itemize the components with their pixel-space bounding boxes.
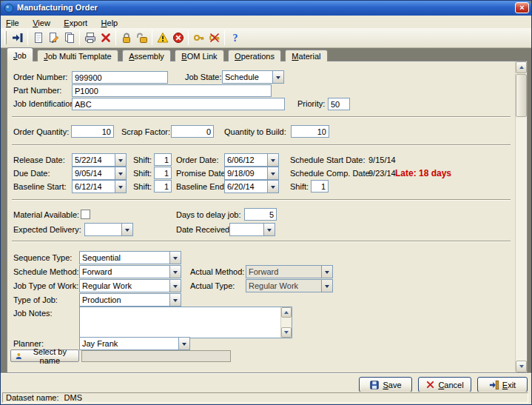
cancel-icon — [425, 380, 435, 389]
save-icon — [369, 380, 380, 390]
chevron-down-icon[interactable] — [169, 252, 181, 264]
notes-scroll-down-button[interactable] — [281, 327, 292, 338]
triangle-up-icon — [284, 309, 289, 314]
chevron-down-icon[interactable] — [121, 224, 132, 235]
delete-button[interactable] — [98, 30, 113, 46]
copy-button[interactable] — [61, 30, 77, 46]
material-available-checkbox[interactable] — [81, 210, 90, 219]
chevron-down-icon[interactable] — [169, 280, 181, 292]
due-date-value: 9/05/14 — [75, 169, 102, 178]
expected-delivery-label: Expected Delivery: — [13, 225, 81, 235]
tab-job-multi-template[interactable]: Job Multi Template — [37, 50, 118, 61]
chevron-down-icon[interactable] — [272, 71, 283, 83]
notes-scroll-up-button[interactable] — [281, 307, 292, 318]
actual-method-value: Forward — [249, 267, 278, 276]
tab-material[interactable]: Material — [285, 50, 327, 61]
expected-delivery-select[interactable] — [84, 223, 133, 236]
chevron-down-icon[interactable] — [115, 154, 126, 166]
exit-icon — [12, 32, 24, 44]
alert-button[interactable] — [155, 30, 170, 46]
manufacturing-order-window: Manufacturing Order × File View Export H… — [0, 0, 532, 405]
scrollbar-thumb[interactable] — [516, 74, 527, 117]
scrap-factor-input[interactable] — [171, 125, 214, 138]
chevron-down-icon[interactable] — [263, 224, 275, 235]
date-received-select[interactable] — [229, 223, 275, 236]
copy-icon — [64, 32, 75, 44]
lock-button[interactable] — [118, 30, 134, 46]
cancel-circle-button[interactable] — [170, 30, 186, 46]
days-to-delay-label: Days to delay job: — [176, 210, 240, 220]
chevron-down-icon[interactable] — [169, 266, 181, 278]
tab-operations[interactable]: Operations — [228, 50, 281, 61]
release-date-select[interactable]: 5/22/14 — [72, 153, 127, 167]
exit-door-icon — [489, 380, 499, 390]
save-button[interactable]: Save — [359, 377, 412, 392]
cancel-button[interactable]: Cancel — [418, 377, 471, 392]
type-of-job-select[interactable]: Production — [79, 293, 181, 307]
order-date-select[interactable]: 6/06/12 — [224, 153, 279, 167]
baseline-start-select[interactable]: 6/12/14 — [72, 180, 127, 193]
exit-button[interactable]: Exit — [477, 377, 528, 392]
scroll-down-button[interactable] — [516, 361, 527, 372]
sequence-type-select[interactable]: Sequential — [79, 251, 181, 264]
key-disabled-button[interactable] — [206, 30, 222, 46]
vertical-scrollbar[interactable] — [515, 61, 527, 372]
order-date-value: 6/06/12 — [227, 155, 255, 164]
save-button-label: Save — [383, 381, 401, 389]
tab-assembly[interactable]: Assembly — [122, 50, 171, 61]
order-quantity-input[interactable] — [71, 125, 114, 138]
days-to-delay-input[interactable] — [244, 208, 277, 221]
select-by-name-button[interactable]: Select by name — [10, 349, 79, 362]
part-number-input[interactable] — [72, 84, 272, 97]
new-document-button[interactable] — [30, 30, 46, 46]
job-type-of-work-select[interactable]: Regular Work — [79, 279, 181, 292]
chevron-down-icon[interactable] — [178, 338, 189, 349]
dataset-status-cell: Dataset name: DMS — [2, 392, 528, 403]
dataset-name-label: Dataset name: — [6, 393, 59, 402]
chevron-down-icon[interactable] — [169, 294, 181, 306]
baseline-end-select[interactable]: 6/20/14 — [224, 180, 279, 193]
planner-select[interactable]: Jay Frank — [79, 337, 190, 350]
job-type-of-work-label: Job Type of Work: — [13, 281, 78, 291]
tab-strip: Job Job Multi Template Assembly BOM Link… — [7, 47, 329, 61]
print-button[interactable] — [82, 30, 98, 46]
baseline-start-shift-input[interactable] — [154, 180, 172, 193]
close-button[interactable]: × — [515, 2, 529, 13]
release-date-label: Release Date: — [13, 155, 65, 165]
select-by-name-field[interactable] — [81, 350, 231, 362]
actual-method-select: Forward — [246, 265, 333, 278]
job-identification-input[interactable] — [72, 98, 285, 110]
schedule-method-select[interactable]: Forward — [79, 265, 181, 278]
release-shift-input[interactable] — [154, 153, 172, 166]
chevron-down-icon[interactable] — [267, 181, 278, 193]
baseline-end-value: 6/20/14 — [227, 182, 255, 191]
status-bar: Dataset name: DMS — [1, 392, 531, 404]
triangle-up-icon — [519, 64, 524, 69]
due-shift-input[interactable] — [154, 167, 172, 179]
chevron-down-icon[interactable] — [115, 181, 126, 193]
chevron-down-icon[interactable] — [267, 167, 278, 179]
exit-toolbar-button[interactable] — [10, 30, 25, 46]
edit-document-button[interactable] — [46, 30, 61, 46]
tab-bom-link[interactable]: BOM Link — [175, 50, 223, 61]
help-button[interactable]: ? — [227, 30, 243, 46]
baseline-end-shift-input[interactable] — [311, 180, 329, 193]
chevron-down-icon[interactable] — [267, 154, 278, 166]
due-date-select[interactable]: 9/05/14 — [72, 167, 127, 180]
chevron-down-icon[interactable] — [115, 167, 126, 179]
priority-input[interactable] — [328, 98, 350, 110]
job-identification-label: Job Identification: — [13, 99, 77, 109]
unlock-button[interactable] — [134, 30, 149, 46]
job-notes-textarea[interactable] — [80, 307, 280, 338]
order-number-input[interactable] — [72, 71, 168, 84]
notes-scrollbar[interactable] — [280, 307, 292, 338]
schedule-start-date-label: Schedule Start Date: — [290, 155, 366, 165]
scroll-up-button[interactable] — [516, 61, 527, 73]
job-state-select[interactable]: Schedule — [222, 70, 284, 84]
quantity-to-build-input[interactable] — [291, 125, 329, 138]
tab-job[interactable]: Job — [7, 47, 33, 61]
key-button[interactable] — [191, 30, 206, 46]
part-number-label: Part Number: — [13, 86, 61, 96]
promise-date-select[interactable]: 9/18/09 — [224, 167, 279, 180]
toolbar-grip-handle[interactable] — [4, 31, 7, 44]
